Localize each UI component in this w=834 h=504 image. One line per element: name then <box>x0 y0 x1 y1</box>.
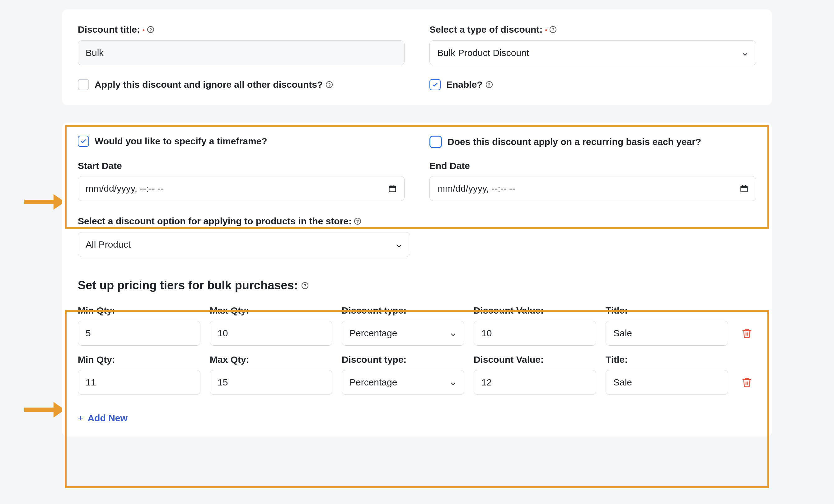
discount-value-input[interactable]: 12 <box>474 370 596 395</box>
tier-title-label: Title: <box>606 354 728 365</box>
discount-basics-card: Discount title: • ? Bulk Apply this disc… <box>62 9 772 105</box>
min-qty-label: Min Qty: <box>78 305 200 316</box>
chevron-down-icon <box>742 49 748 56</box>
enable-label: Enable? ? <box>446 79 492 90</box>
info-icon[interactable]: ? <box>354 218 361 225</box>
chevron-down-icon <box>396 241 402 248</box>
chevron-down-icon <box>450 330 457 337</box>
discount-type-select[interactable]: Bulk Product Discount <box>430 40 756 65</box>
delete-tier-button[interactable] <box>740 375 754 389</box>
enable-checkbox[interactable] <box>430 79 441 90</box>
ignore-discounts-label: Apply this discount and ignore all other… <box>94 79 333 90</box>
max-qty-label: Max Qty: <box>210 354 332 365</box>
recurring-label: Does this discount apply on a recurring … <box>447 137 701 147</box>
min-qty-input[interactable]: 5 <box>78 321 200 346</box>
delete-tier-button[interactable] <box>740 326 754 340</box>
discount-value-label: Discount Value: <box>474 305 596 316</box>
info-icon[interactable]: ? <box>550 26 556 33</box>
timeframe-checkbox[interactable] <box>78 136 89 147</box>
tier-title-input[interactable]: Sale <box>606 370 728 395</box>
page: Discount title: • ? Bulk Apply this disc… <box>0 0 834 504</box>
max-qty-input[interactable]: 15 <box>210 370 332 395</box>
end-date-label: End Date <box>430 160 756 171</box>
discount-title-label: Discount title: • ? <box>78 24 404 35</box>
svg-rect-10 <box>742 185 743 187</box>
tier-title-input[interactable]: Sale <box>606 321 728 346</box>
discount-title-input[interactable]: Bulk <box>78 40 404 65</box>
discount-value-label: Discount Value: <box>474 354 596 365</box>
discount-type-tier-label: Discount type: <box>342 354 464 365</box>
discount-option-select[interactable]: All Product <box>78 232 410 257</box>
svg-rect-7 <box>394 185 394 187</box>
max-qty-input[interactable]: 10 <box>210 321 332 346</box>
start-date-label: Start Date <box>78 160 404 171</box>
discount-config-card: Would you like to specify a timeframe? D… <box>62 123 772 437</box>
min-qty-label: Min Qty: <box>78 354 200 365</box>
discount-type-tier-select[interactable]: Percentage <box>342 321 464 346</box>
recurring-checkbox[interactable] <box>430 136 442 148</box>
info-icon[interactable]: ? <box>302 282 308 289</box>
discount-type-tier-select[interactable]: Percentage <box>342 370 464 395</box>
plus-icon: + <box>78 413 83 423</box>
ignore-discounts-checkbox[interactable] <box>78 79 89 90</box>
min-qty-input[interactable]: 11 <box>78 370 200 395</box>
tier-title-label: Title: <box>606 305 728 316</box>
max-qty-label: Max Qty: <box>210 305 332 316</box>
start-date-input[interactable]: mm/dd/yyyy, --:-- -- <box>78 176 404 201</box>
required-dot: • <box>545 27 547 33</box>
discount-value-input[interactable]: 10 <box>474 321 596 346</box>
timeframe-label: Would you like to specify a timeframe? <box>94 136 267 147</box>
discount-type-label: Select a type of discount: • ? <box>430 24 756 35</box>
calendar-icon <box>740 184 748 193</box>
svg-rect-2 <box>24 408 53 412</box>
pricing-tier-row: Min Qty: 11 Max Qty: 15 Discount type: P… <box>78 354 756 395</box>
info-icon[interactable]: ? <box>147 26 154 33</box>
discount-type-tier-label: Discount type: <box>342 305 464 316</box>
pricing-tier-row: Min Qty: 5 Max Qty: 10 Discount type: Pe… <box>78 305 756 346</box>
svg-rect-6 <box>391 185 391 187</box>
end-date-input[interactable]: mm/dd/yyyy, --:-- -- <box>430 176 756 201</box>
chevron-down-icon <box>450 379 457 386</box>
add-tier-button[interactable]: + Add New <box>78 413 128 423</box>
calendar-icon <box>388 184 397 193</box>
svg-rect-11 <box>745 185 746 187</box>
pricing-tiers-title: Set up pricing tiers for bulk purchases:… <box>78 279 756 292</box>
required-dot: • <box>142 27 145 33</box>
info-icon[interactable]: ? <box>326 81 333 88</box>
svg-rect-0 <box>24 200 53 204</box>
highlight-arrow-2 <box>24 402 65 417</box>
info-icon[interactable]: ? <box>486 81 492 88</box>
highlight-arrow-1 <box>24 194 65 210</box>
svg-rect-9 <box>741 186 747 188</box>
discount-option-label: Select a discount option for applying to… <box>78 216 756 226</box>
svg-rect-5 <box>389 186 396 188</box>
